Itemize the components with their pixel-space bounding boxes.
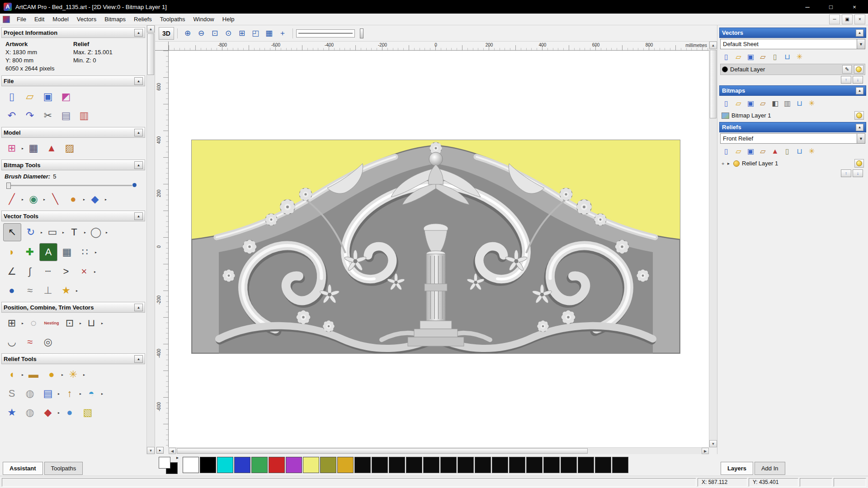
move-layer-up-button[interactable]: ↑ (841, 169, 851, 177)
sculpting-icon[interactable]: ✳ (65, 366, 82, 383)
dome-tool-flyout-icon[interactable]: ▸ (61, 373, 64, 377)
transform-vectors-icon[interactable]: ↻ (22, 224, 39, 241)
save-model-icon[interactable]: ▣ (39, 88, 57, 105)
zoom-1to1-icon[interactable]: ⊙ (222, 28, 235, 39)
nesting-icon[interactable]: Nesting (43, 314, 60, 332)
vector-sheet-icon[interactable]: ▯ (769, 51, 781, 62)
open-model-icon[interactable]: ▱ (21, 88, 38, 105)
sheet-selector[interactable]: Default Sheet ▼ (720, 39, 865, 49)
save-bitmap-layer-icon[interactable]: ▣ (745, 98, 757, 109)
toggle-origin-icon[interactable]: + (276, 28, 289, 39)
tab-assistant[interactable]: Assistant (3, 462, 43, 475)
palette-swatch[interactable] (372, 457, 388, 473)
rollup-icon[interactable]: ▴ (134, 129, 143, 136)
dome-relief-icon[interactable]: ◓ (83, 385, 100, 402)
create-star-flyout-icon[interactable]: ▸ (75, 289, 79, 293)
menu-reliefs[interactable]: Reliefs (130, 14, 156, 24)
pane-toggle-button[interactable]: ▸ (156, 447, 164, 454)
layer-visibility-button[interactable] (854, 159, 864, 168)
create-rectangle-flyout-icon[interactable]: ▸ (61, 230, 65, 235)
group-vectors-icon[interactable]: ⊡ (61, 314, 78, 332)
smooth-relief-icon[interactable]: ▬ (25, 366, 42, 383)
import-bitmap-icon[interactable]: ▱ (757, 98, 769, 109)
minimize-button[interactable]: ─ (797, 0, 817, 14)
texture-relief-icon[interactable]: ◍ (21, 404, 38, 421)
scroll-down-button[interactable]: ▼ (709, 440, 717, 447)
slider-track[interactable] (6, 185, 132, 186)
layer-visibility-button[interactable] (854, 111, 864, 120)
relief-layer-row[interactable]: + ▸ Relief Layer 1 (720, 158, 865, 169)
vector-layer-row[interactable]: Default Layer ✎ (720, 64, 865, 75)
adjust-model-icon[interactable]: ▦ (25, 140, 42, 157)
rollup-icon[interactable]: ▴ (856, 29, 863, 37)
palette-swatch[interactable] (561, 457, 577, 473)
paint-icon[interactable]: ╱ (3, 191, 20, 208)
paste-relief-icon[interactable]: ◆ (39, 404, 57, 421)
export-model-icon[interactable]: ◩ (57, 88, 75, 105)
trim-vectors-flyout-icon[interactable]: ▸ (93, 270, 97, 274)
rollup-icon[interactable]: ▴ (134, 161, 143, 169)
import-vectors-icon[interactable]: ▱ (757, 51, 769, 62)
slice-vectors-icon[interactable]: ◡ (3, 333, 20, 351)
palette-swatch[interactable] (337, 457, 354, 473)
delete-relief-layer-icon[interactable]: ⊔ (793, 145, 806, 157)
star-relief-icon[interactable]: ★ (3, 404, 20, 421)
rollup-icon[interactable]: ▴ (134, 355, 143, 363)
line-style-preview[interactable] (296, 29, 355, 38)
rollup-icon[interactable]: ▴ (134, 77, 143, 85)
sculpting-flyout-icon[interactable]: ▸ (82, 373, 86, 377)
import-relief-icon[interactable]: ▱ (757, 145, 769, 157)
primary-secondary-swatch[interactable]: ▸ (159, 456, 179, 474)
weld-vectors-flyout-icon[interactable]: ▸ (100, 321, 104, 325)
tab-addin[interactable]: Add In (755, 462, 785, 475)
palette-swatch[interactable] (389, 457, 405, 473)
delete-vector-layer-icon[interactable]: ⊔ (781, 51, 793, 62)
rollup-icon[interactable]: ▴ (856, 87, 863, 94)
set-model-size-flyout-icon[interactable]: ▸ (21, 146, 24, 150)
scroll-left-button[interactable]: ◀ (169, 448, 176, 454)
flood-fill-flyout-icon[interactable]: ▸ (104, 197, 108, 202)
shape-editor-icon[interactable]: ◖ (3, 366, 20, 383)
open-vector-file-icon[interactable]: ▱ (732, 51, 745, 62)
scrollbar-thumb[interactable] (177, 448, 588, 454)
merge-vector-layers-icon[interactable]: ✳ (793, 51, 806, 62)
zoom-object-icon[interactable]: ◰ (249, 28, 262, 39)
palette-swatch[interactable] (526, 457, 542, 473)
menu-vectors[interactable]: Vectors (73, 14, 100, 24)
rollup-icon[interactable]: ▴ (134, 212, 143, 220)
create-sphere-icon[interactable]: ● (3, 282, 20, 299)
sculpt-figure-icon[interactable]: ▲ (43, 140, 60, 157)
transform-vectors-flyout-icon[interactable]: ▸ (40, 230, 43, 235)
create-boundary-icon[interactable]: ✚ (21, 244, 38, 261)
create-star-icon[interactable]: ★ (57, 282, 75, 299)
mdi-minimize-button[interactable]: ─ (829, 14, 840, 24)
canvas-horizontal-scrollbar[interactable]: ◀ ▶ (169, 447, 709, 454)
shape-editor-flyout-icon[interactable]: ▸ (21, 373, 24, 377)
tab-layers[interactable]: Layers (721, 462, 753, 475)
paste-icon[interactable]: ▥ (75, 107, 93, 124)
palette-swatch[interactable] (492, 457, 508, 473)
scroll-up-button[interactable]: ▲ (147, 25, 155, 33)
scrollbar-thumb[interactable] (710, 50, 717, 118)
relief-selector[interactable]: Front Relief ▼ (720, 133, 865, 144)
open-relief-file-icon[interactable]: ▱ (732, 145, 745, 157)
group-vectors-flyout-icon[interactable]: ▸ (79, 321, 82, 325)
close-button[interactable]: × (844, 0, 864, 14)
menu-file[interactable]: File (13, 14, 30, 24)
palette-flyout-icon[interactable]: ▸ (82, 197, 86, 202)
colour-picker-icon[interactable]: ╲ (47, 191, 64, 208)
weld-vectors-icon[interactable]: ⊔ (83, 314, 100, 332)
select-vectors-icon[interactable]: ↖ (3, 223, 21, 241)
emboss-flyout-icon[interactable]: ▸ (79, 392, 82, 396)
weave-wizard-icon[interactable]: ◍ (21, 385, 38, 402)
paste-along-curve-icon[interactable]: ▦ (58, 244, 75, 261)
create-ellipse-icon[interactable]: ◯ (87, 224, 104, 241)
create-rectangle-icon[interactable]: ▭ (44, 224, 61, 241)
bitmap-layer-row[interactable]: Bitmap Layer 1 (720, 110, 865, 121)
spiral-icon[interactable]: ◎ (39, 333, 57, 351)
palette-icon[interactable]: ● (65, 191, 82, 208)
primary-colour-swatch[interactable] (159, 457, 170, 469)
scrollbar-thumb[interactable] (147, 33, 154, 75)
set-model-size-icon[interactable]: ⊞ (3, 140, 20, 157)
menu-edit[interactable]: Edit (30, 14, 48, 24)
